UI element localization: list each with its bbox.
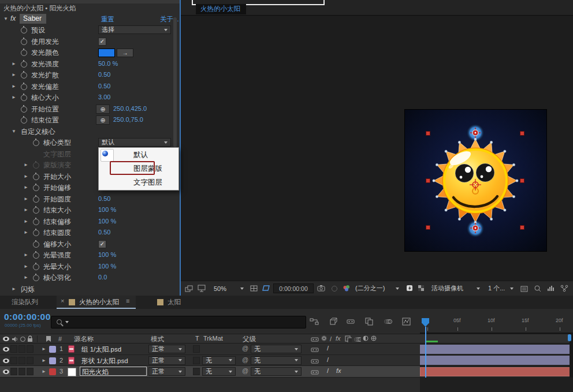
parameter-dropdown[interactable]: 选择 xyxy=(98,25,171,34)
layer-shy-toggle-icon[interactable] xyxy=(311,357,319,364)
effect-expand-toggle[interactable]: ▼ xyxy=(3,17,8,21)
layer-shy-toggle-icon[interactable] xyxy=(311,368,319,375)
parameter-value[interactable]: 100 % xyxy=(98,251,116,258)
parameter-value[interactable]: 0.50 xyxy=(98,229,110,236)
layer-row[interactable]: ►3阳光火焰正常无@无/fx xyxy=(0,366,420,378)
resolution-select[interactable]: (二分之一) xyxy=(353,283,401,293)
histogram-icon[interactable] xyxy=(547,285,555,292)
expand-arrow-icon[interactable]: ► xyxy=(24,230,28,235)
stopwatch-icon[interactable] xyxy=(21,95,27,101)
column-parent[interactable]: 父级 xyxy=(243,335,256,344)
layer-name[interactable]: 阳光火焰 xyxy=(82,368,109,376)
search-input[interactable] xyxy=(51,316,306,328)
expand-arrow-icon[interactable]: ► xyxy=(12,73,16,77)
snapshot-camera-icon[interactable] xyxy=(317,285,325,292)
trkmat-select[interactable]: 无 xyxy=(202,356,236,365)
column-t[interactable]: T xyxy=(195,335,199,342)
eyedropper-button[interactable]: → xyxy=(117,48,133,57)
parent-pickwhip-icon[interactable]: @ xyxy=(242,367,248,374)
expand-arrow-icon[interactable]: ► xyxy=(24,219,28,224)
parameter-dropdown[interactable]: 默认 xyxy=(98,138,171,147)
parameter-value[interactable]: 0.50 xyxy=(98,195,110,202)
stopwatch-icon[interactable] xyxy=(33,207,39,214)
adjustment-switch-icon[interactable] xyxy=(363,335,369,341)
expand-arrow-icon[interactable]: ► xyxy=(24,208,28,212)
layer-shy-toggle-icon[interactable] xyxy=(311,346,319,353)
tab-comp-taiyang[interactable]: 太阳 xyxy=(168,298,181,307)
parameter-value[interactable]: 0.50 xyxy=(98,71,110,78)
parameter-value[interactable]: 100 % xyxy=(98,206,116,213)
label-column-icon[interactable] xyxy=(45,335,52,342)
expand-arrow-icon[interactable]: ► xyxy=(12,95,16,100)
stopwatch-icon[interactable] xyxy=(33,174,39,180)
t-switch-cell[interactable] xyxy=(193,345,200,353)
layer-name[interactable]: 组 1/太阳.psd xyxy=(81,345,121,354)
layer-visibility-toggle[interactable] xyxy=(3,347,9,352)
stopwatch-icon[interactable] xyxy=(21,50,27,56)
layer-solo-toggle[interactable] xyxy=(18,345,25,353)
3d-switch-icon[interactable] xyxy=(371,335,377,341)
quality-switch-icon[interactable]: / xyxy=(330,335,332,342)
layer-fx-badge[interactable]: fx xyxy=(336,367,341,374)
parameter-value[interactable]: 250.0,75.0 xyxy=(113,116,143,123)
track-area[interactable] xyxy=(420,344,573,378)
time-ruler[interactable]: 0f05f10f15f20f xyxy=(420,316,573,334)
fast-previews-icon[interactable] xyxy=(406,285,413,292)
parent-select[interactable]: 无 xyxy=(251,345,302,353)
exposure-icon[interactable] xyxy=(520,285,528,292)
layer-quality-toggle[interactable]: / xyxy=(327,356,329,363)
parameter-checkbox[interactable]: ✓ xyxy=(98,240,106,248)
motion-blur-switch-icon[interactable] xyxy=(354,335,361,342)
blend-mode-select[interactable]: 正常 xyxy=(148,345,185,353)
stopwatch-icon[interactable] xyxy=(33,230,39,236)
expand-arrow-icon[interactable]: ► xyxy=(24,253,28,257)
tab-render-queue[interactable]: 渲染队列 xyxy=(12,298,38,307)
frame-blending-icon[interactable] xyxy=(365,318,373,326)
fx-panel-scrollbar[interactable] xyxy=(173,17,177,147)
expand-arrow-icon[interactable]: ► xyxy=(24,275,28,280)
grid-options-icon[interactable] xyxy=(250,285,258,292)
current-timecode[interactable]: 0:00:00:00 xyxy=(4,312,51,322)
time-navigator-end[interactable] xyxy=(568,334,571,341)
parameter-value[interactable]: 250.0,425.0 xyxy=(113,105,147,112)
expand-arrow-icon[interactable]: ► xyxy=(12,84,16,89)
layer-audio-toggle[interactable] xyxy=(10,368,17,375)
transparency-grid-icon[interactable] xyxy=(418,285,425,292)
column-source-name[interactable]: 源名称 xyxy=(74,335,94,344)
menu-item[interactable]: 图层蒙版 xyxy=(99,162,178,176)
layer-label-color[interactable] xyxy=(49,346,56,353)
layer-lock-toggle[interactable] xyxy=(27,357,34,364)
parameter-value[interactable]: 100 % xyxy=(98,218,116,225)
comp-viewer-area[interactable] xyxy=(181,16,573,281)
parameter-checkbox[interactable]: ✓ xyxy=(98,38,106,46)
monitor-icon[interactable] xyxy=(198,285,206,292)
lock-column-icon[interactable] xyxy=(27,335,34,342)
layer-duration-bar[interactable] xyxy=(420,345,573,354)
audio-column-icon[interactable] xyxy=(12,336,17,342)
tab-comp-label[interactable]: 火热的小太阳 xyxy=(79,298,119,307)
layer-expand-arrow-icon[interactable]: ► xyxy=(42,369,46,374)
tab-close-icon[interactable]: × xyxy=(61,297,64,304)
layer-lock-toggle[interactable] xyxy=(27,368,34,375)
layer-visibility-toggle[interactable] xyxy=(3,359,9,363)
stopwatch-icon[interactable] xyxy=(21,72,27,79)
blend-mode-select[interactable]: 正常 xyxy=(148,367,185,376)
expand-arrow-icon[interactable]: ► xyxy=(24,174,28,179)
stopwatch-icon[interactable] xyxy=(33,162,39,169)
t-switch-cell[interactable] xyxy=(193,368,200,375)
group-toggle-icon[interactable]: ▼ xyxy=(12,129,16,134)
layer-solo-toggle[interactable] xyxy=(18,368,25,375)
comp-viewer-tab[interactable]: 火热的小太阳 xyxy=(196,4,246,14)
composition-canvas[interactable] xyxy=(404,109,547,252)
stopwatch-icon[interactable] xyxy=(21,61,27,68)
expand-arrow-icon[interactable]: ► xyxy=(24,264,28,269)
stopwatch-icon[interactable] xyxy=(21,117,27,124)
panel-menu-icon[interactable]: ≡ xyxy=(126,297,129,304)
stopwatch-icon[interactable] xyxy=(33,264,39,270)
preview-timecode[interactable]: 0:00:00:00 xyxy=(273,283,314,293)
mini-flowchart-icon[interactable] xyxy=(560,285,570,292)
layer-quality-toggle[interactable]: / xyxy=(327,367,329,374)
stopwatch-icon[interactable] xyxy=(33,252,39,259)
layer-audio-toggle[interactable] xyxy=(10,357,17,364)
position-target-button[interactable]: ⊕ xyxy=(96,115,110,125)
